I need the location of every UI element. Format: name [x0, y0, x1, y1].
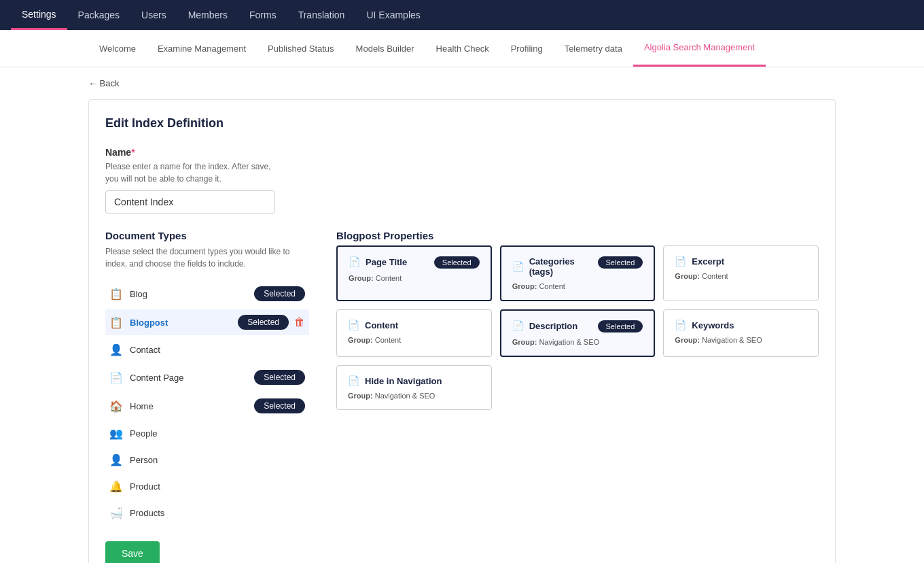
top-nav: Settings Packages Users Members Forms Tr…	[0, 0, 924, 30]
home-selected-btn[interactable]: Selected	[254, 398, 305, 413]
name-hint: Please enter a name for the index. After…	[105, 160, 819, 185]
page-title-group: Group: Content	[349, 274, 480, 282]
doc-type-person-label: Person	[130, 455, 158, 465]
hide-nav-label: Hide in Navigation	[365, 376, 442, 386]
categories-file-icon: 📄	[512, 261, 524, 272]
properties-grid: 📄 Page Title Selected Group: Content 📄	[336, 245, 819, 410]
keywords-file-icon: 📄	[675, 320, 686, 330]
categories-selected-btn[interactable]: Selected	[598, 256, 643, 269]
doc-type-contact[interactable]: 👤 Contact	[105, 338, 309, 362]
home-icon: 🏠	[109, 400, 123, 413]
name-input[interactable]	[105, 190, 275, 214]
keywords-label: Keywords	[692, 320, 734, 330]
excerpt-group: Group: Content	[675, 272, 807, 280]
prop-page-title[interactable]: 📄 Page Title Selected Group: Content	[336, 245, 492, 301]
page-title-file-icon: 📄	[349, 256, 360, 267]
content-page-selected-btn[interactable]: Selected	[254, 370, 305, 385]
subnav-health-check[interactable]: Health Check	[425, 31, 500, 66]
content-label: Content	[365, 320, 398, 330]
doc-type-home-label: Home	[130, 401, 154, 411]
nav-settings[interactable]: Settings	[11, 0, 67, 30]
page-title-selected-btn[interactable]: Selected	[434, 256, 480, 269]
subnav-models-builder[interactable]: Models Builder	[345, 31, 425, 66]
subnav-telemetry[interactable]: Telemetry data	[554, 31, 633, 66]
nav-forms[interactable]: Forms	[238, 0, 287, 30]
doc-type-person[interactable]: 👤 Person	[105, 448, 309, 472]
doc-type-contact-label: Contact	[130, 345, 160, 355]
doc-types-title: Document Types	[105, 230, 309, 241]
edit-index-card: Edit Index Definition Name* Please enter…	[88, 99, 836, 563]
content-group: Group: Content	[348, 336, 480, 344]
doc-type-blogpost-label: Blogpost	[130, 318, 168, 328]
hide-nav-file-icon: 📄	[348, 375, 359, 386]
prop-keywords[interactable]: 📄 Keywords Group: Navigation & SEO	[663, 309, 819, 357]
nav-users[interactable]: Users	[130, 0, 177, 30]
two-col-layout: Document Types Please select the documen…	[105, 230, 819, 525]
doc-type-blog-label: Blog	[130, 289, 147, 299]
products-icon: 🛁	[109, 507, 123, 519]
save-button[interactable]: Save	[105, 541, 160, 563]
doc-type-products-label: Products	[130, 508, 164, 518]
doc-type-content-page[interactable]: 📄 Content Page Selected	[105, 364, 309, 390]
description-group: Group: Navigation & SEO	[512, 338, 643, 346]
properties-panel: Blogpost Properties 📄 Page Title Selecte…	[336, 230, 819, 525]
content-page-icon: 📄	[109, 371, 123, 384]
nav-ui-examples[interactable]: UI Examples	[355, 0, 431, 30]
person-icon: 👤	[109, 454, 123, 466]
prop-hide-in-nav[interactable]: 📄 Hide in Navigation Group: Navigation &…	[336, 365, 492, 410]
product-icon: 🔔	[109, 480, 123, 493]
description-selected-btn[interactable]: Selected	[598, 320, 643, 332]
contact-icon: 👤	[109, 343, 123, 356]
blog-selected-btn[interactable]: Selected	[254, 286, 305, 301]
blogpost-selected-btn[interactable]: Selected	[238, 315, 289, 330]
blog-icon: 📋	[109, 288, 123, 301]
document-types-panel: Document Types Please select the documen…	[105, 230, 309, 525]
nav-members[interactable]: Members	[177, 0, 238, 30]
sub-nav: Welcome Examine Management Published Sta…	[0, 30, 924, 67]
name-label: Name*	[105, 147, 819, 158]
content-file-icon: 📄	[348, 320, 359, 330]
doc-type-products[interactable]: 🛁 Products	[105, 501, 309, 525]
hide-nav-group: Group: Navigation & SEO	[348, 392, 480, 400]
doc-type-home[interactable]: 🏠 Home Selected	[105, 393, 309, 419]
doc-type-list: 📋 Blog Selected 📋 Blogpost	[105, 281, 309, 525]
doc-type-content-page-label: Content Page	[130, 373, 184, 383]
blogpost-delete-icon[interactable]: 🗑	[294, 316, 305, 328]
subnav-welcome[interactable]: Welcome	[88, 31, 147, 66]
nav-packages[interactable]: Packages	[67, 0, 130, 30]
blogpost-icon: 📋	[109, 316, 123, 329]
prop-description[interactable]: 📄 Description Selected Group: Navigation…	[500, 309, 656, 357]
doc-type-product[interactable]: 🔔 Product	[105, 475, 309, 498]
doc-types-hint: Please select the document types you wou…	[105, 245, 309, 270]
categories-group: Group: Content	[512, 282, 643, 290]
description-file-icon: 📄	[512, 320, 524, 331]
subnav-published-status[interactable]: Published Status	[257, 31, 345, 66]
prop-excerpt[interactable]: 📄 Excerpt Group: Content	[663, 245, 819, 301]
doc-type-blogpost[interactable]: 📋 Blogpost Selected 🗑	[105, 309, 309, 335]
subnav-profiling[interactable]: Profiling	[500, 31, 554, 66]
name-field-group: Name* Please enter a name for the index.…	[105, 147, 819, 214]
subnav-algolia[interactable]: Algolia Search Management	[633, 30, 766, 67]
required-marker: *	[131, 147, 135, 158]
keywords-group: Group: Navigation & SEO	[675, 336, 807, 344]
back-link[interactable]: ← Back	[88, 67, 836, 99]
doc-type-product-label: Product	[130, 481, 160, 492]
doc-type-people[interactable]: 👥 People	[105, 422, 309, 445]
excerpt-label: Excerpt	[692, 256, 724, 267]
doc-type-people-label: People	[130, 428, 157, 439]
section-title: Edit Index Definition	[105, 116, 819, 131]
prop-content[interactable]: 📄 Content Group: Content	[336, 309, 492, 357]
subnav-examine-management[interactable]: Examine Management	[147, 31, 257, 66]
people-icon: 👥	[109, 427, 123, 440]
properties-title: Blogpost Properties	[336, 230, 819, 241]
categories-label: Categories (tags)	[529, 256, 598, 277]
nav-translation[interactable]: Translation	[287, 0, 356, 30]
description-label: Description	[529, 321, 578, 331]
excerpt-file-icon: 📄	[675, 256, 686, 267]
prop-categories[interactable]: 📄 Categories (tags) Selected Group: Cont…	[500, 245, 656, 301]
page-title-label: Page Title	[366, 257, 407, 267]
doc-type-blog[interactable]: 📋 Blog Selected	[105, 281, 309, 307]
main-content: ← Back Edit Index Definition Name* Pleas…	[0, 67, 924, 563]
